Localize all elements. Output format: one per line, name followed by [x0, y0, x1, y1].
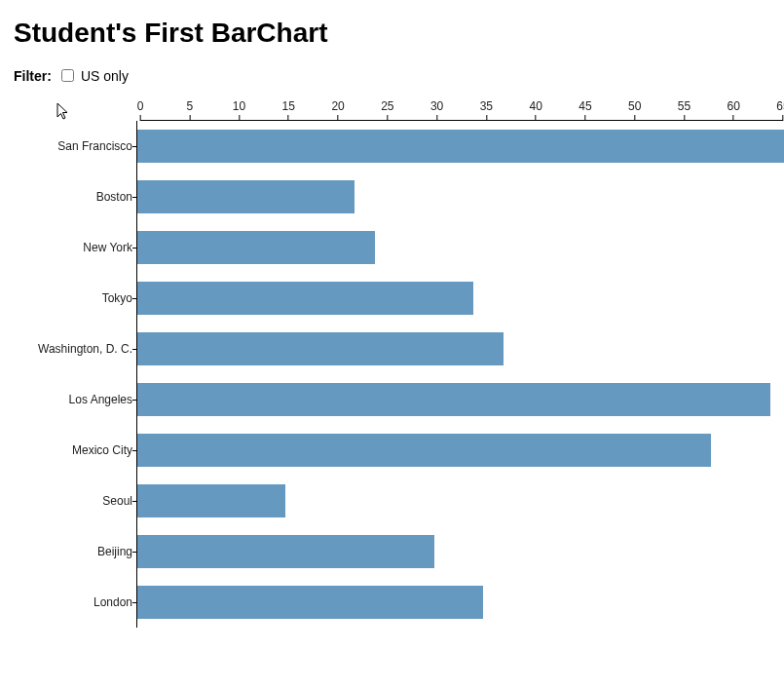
- filter-label: Filter:: [14, 68, 52, 84]
- bar-fill: [137, 434, 711, 467]
- bar-label: Tokyo: [14, 291, 136, 305]
- bar-row: Beijing: [14, 526, 783, 577]
- bar-row: San Francisco: [14, 121, 783, 172]
- bar-track: [136, 324, 780, 374]
- bars-area: San FranciscoBostonNew YorkTokyoWashingt…: [14, 121, 783, 628]
- bar-label: London: [14, 595, 136, 609]
- bar-row: New York: [14, 222, 783, 273]
- x-axis: 05101520253035404550556065: [140, 98, 783, 121]
- filter-us-only-text: US only: [81, 68, 129, 84]
- x-axis-tick: 45: [579, 99, 591, 121]
- filter-row: Filter: US only: [14, 66, 774, 85]
- x-axis-tick: 0: [137, 99, 144, 121]
- x-axis-tick: 30: [430, 99, 443, 121]
- x-axis-tick: 50: [628, 99, 641, 121]
- x-axis-tick: 65: [776, 99, 784, 121]
- bar-fill: [137, 130, 784, 163]
- bar-label: Boston: [14, 190, 136, 204]
- x-axis-tick: 20: [331, 99, 344, 121]
- bar-track: [136, 476, 780, 526]
- bar-row: Boston: [14, 172, 783, 222]
- bar-row: Seoul: [14, 476, 783, 526]
- page-title: Student's First BarChart: [14, 18, 774, 49]
- x-axis-tick: 25: [381, 99, 393, 121]
- filter-us-only-checkbox[interactable]: [61, 69, 74, 82]
- bar-row: Mexico City: [14, 425, 783, 476]
- x-axis-tick: 55: [678, 99, 691, 121]
- bar-track: [136, 172, 780, 222]
- bar-fill: [137, 231, 375, 264]
- bar-fill: [137, 282, 473, 315]
- mouse-cursor-icon: [56, 102, 72, 122]
- bar-label: Beijing: [14, 545, 136, 558]
- bar-row: Tokyo: [14, 273, 783, 324]
- bar-track: [136, 121, 780, 172]
- bar-track: [136, 273, 780, 324]
- bar-label: Los Angeles: [14, 393, 136, 406]
- bar-label: New York: [14, 241, 136, 254]
- bar-fill: [137, 484, 285, 517]
- bar-track: [136, 222, 780, 273]
- bar-row: Los Angeles: [14, 374, 783, 425]
- bar-track: [136, 374, 780, 425]
- x-axis-tick: 35: [480, 99, 493, 121]
- bar-chart: 05101520253035404550556065 San Francisco…: [14, 98, 774, 628]
- bar-fill: [137, 332, 504, 365]
- bar-track: [136, 577, 780, 628]
- filter-us-only[interactable]: US only: [57, 66, 129, 85]
- bar-fill: [137, 586, 483, 619]
- bar-track: [136, 425, 780, 476]
- bar-fill: [137, 535, 434, 568]
- bar-label: Washington, D. C.: [14, 342, 136, 356]
- bar-label: San Francisco: [14, 139, 136, 153]
- x-axis-tick: 15: [282, 99, 295, 121]
- bar-label: Mexico City: [14, 443, 136, 457]
- x-axis-tick: 10: [233, 99, 245, 121]
- bar-row: London: [14, 577, 783, 628]
- bar-track: [136, 526, 780, 577]
- x-axis-tick: 60: [728, 99, 740, 121]
- x-axis-tick: 5: [186, 99, 193, 121]
- bar-label: Seoul: [14, 494, 136, 508]
- bar-fill: [137, 180, 355, 213]
- bar-row: Washington, D. C.: [14, 324, 783, 374]
- bar-fill: [137, 383, 770, 416]
- x-axis-tick: 40: [529, 99, 541, 121]
